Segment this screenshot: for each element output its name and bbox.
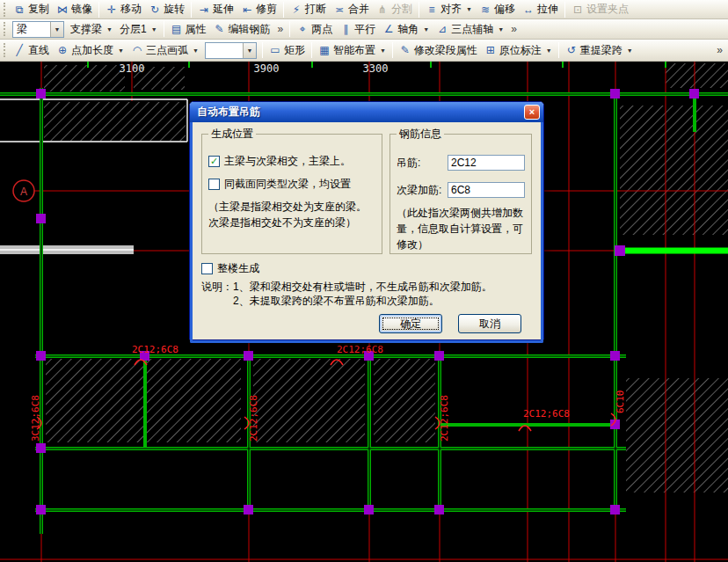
merge-label: 合并 xyxy=(348,2,369,17)
group-rebar-info: 钢筋信息 吊筋: 次梁加筋: （此处指次梁两侧共增加数量，信息取自计算设置，可修… xyxy=(389,127,532,254)
align-button[interactable]: ≡对齐▼ xyxy=(422,0,476,18)
properties-icon: ▤ xyxy=(171,24,183,34)
toolbar-drag-handle[interactable] xyxy=(4,43,6,57)
chevron-down-icon: ▼ xyxy=(246,47,252,54)
element-type-value: 梁 xyxy=(13,22,50,37)
insitu-annotation-label: 原位标注 xyxy=(499,43,542,58)
axis-angle-button[interactable]: ∠轴角▼ xyxy=(379,20,433,39)
insitu-annotation-button[interactable]: ⊞原位标注▼ xyxy=(481,41,556,60)
secondary-rebar-input[interactable] xyxy=(448,182,525,198)
edit-rebar-button[interactable]: ✎编辑钢筋 xyxy=(210,20,274,39)
layer-button[interactable]: 分层1▼ xyxy=(116,20,161,39)
three-point-arc-button[interactable]: ◠三点画弧▼ xyxy=(127,41,202,60)
dimension-label: 3300 xyxy=(363,62,389,75)
break-button[interactable]: ⚡打断 xyxy=(287,0,330,18)
copy-icon: ⧉ xyxy=(13,4,25,15)
chevron-down-icon: ▼ xyxy=(106,26,113,33)
cancel-button[interactable]: 取消 xyxy=(458,314,521,333)
instructions-line-1: 说明：1、梁和梁相交处有柱或墙时，不生成吊筋和次梁加筋。 xyxy=(201,280,532,294)
dimension-label: 3900 xyxy=(254,62,280,75)
draw-option-combobox[interactable]: ▼ xyxy=(205,42,257,59)
checkbox-box-unchecked[interactable] xyxy=(201,263,213,274)
break-icon: ⚡ xyxy=(290,4,302,15)
trim-label: 修剪 xyxy=(256,2,277,17)
rectangle-button[interactable]: ▭矩形 xyxy=(266,41,309,60)
two-point-axis-button[interactable]: ⌖两点 xyxy=(293,20,336,39)
checkbox-whole-building[interactable]: 整楼生成 xyxy=(201,261,532,276)
three-point-aux-label: 三点辅轴 xyxy=(451,22,493,37)
parallel-icon: ∥ xyxy=(339,24,352,34)
mirror-button[interactable]: ⋈镜像 xyxy=(53,0,96,18)
dialog-instructions: 说明：1、梁和梁相交处有柱或墙时，不生成吊筋和次梁加筋。 2、未提取梁跨的梁不布… xyxy=(201,280,532,308)
point-plus-length-button[interactable]: ⊕点加长度▼ xyxy=(53,41,127,60)
line-icon: ╱ xyxy=(13,45,25,55)
support-beam-button[interactable]: 支撑梁▼ xyxy=(67,20,116,39)
move-label: 移动 xyxy=(120,2,142,17)
close-button[interactable]: × xyxy=(524,105,540,120)
checkbox-main-beam-intersect[interactable]: ✓ 主梁与次梁相交，主梁上。 xyxy=(208,154,375,169)
chevron-down-icon: ▼ xyxy=(193,47,199,54)
rotate-button[interactable]: ↻旋转 xyxy=(145,0,188,18)
group-generation-position: 生成位置 ✓ 主梁与次梁相交，主梁上。 同截面同类型次梁，均设置 （主梁是指梁相… xyxy=(201,127,382,254)
move-button[interactable]: ✛移动 xyxy=(102,0,145,18)
combo-dropdown-button[interactable]: ▼ xyxy=(50,22,63,37)
hanging-rebar-input[interactable] xyxy=(448,155,525,171)
rebar-info-note: （此处指次梁两侧共增加数量，信息取自计算设置，可修改） xyxy=(397,205,525,252)
toolbar-overflow-button[interactable]: » xyxy=(713,44,726,56)
three-point-aux-axis-button[interactable]: ⊿三点辅轴▼ xyxy=(433,20,507,39)
edit-rebar-icon: ✎ xyxy=(214,24,226,34)
dialog-titlebar[interactable]: 自动布置吊筋 × xyxy=(190,102,543,122)
generation-position-note: （主梁是指梁相交处为支座的梁。 次梁是指相交处不为支座的梁） xyxy=(208,199,375,230)
separator xyxy=(289,21,290,37)
chevron-down-icon: ▼ xyxy=(151,26,157,33)
element-type-combobox[interactable]: 梁 ▼ xyxy=(12,21,64,38)
copy-button[interactable]: ⧉复制 xyxy=(10,0,53,18)
checkbox-same-section-type[interactable]: 同截面同类型次梁，均设置 xyxy=(208,177,375,192)
merge-button[interactable]: ≍合并 xyxy=(330,0,373,18)
modify-beam-segment-label: 修改梁段属性 xyxy=(414,43,477,58)
group-rebar-info-title: 钢筋信息 xyxy=(397,127,444,142)
chevron-down-icon: ▼ xyxy=(498,26,504,33)
edit-rebar-label: 编辑钢筋 xyxy=(229,22,271,37)
extend-button[interactable]: ⇥延伸 xyxy=(194,0,237,18)
toolbar-overflow-button[interactable]: » xyxy=(507,23,521,35)
toolbar-draw: ╱直线 ⊕点加长度▼ ◠三点画弧▼ ▼ ▭矩形 ▦智能布置▼ ✎修改梁段属性 ⊞… xyxy=(0,40,728,62)
smart-layout-label: 智能布置 xyxy=(333,43,375,58)
separator xyxy=(191,2,192,18)
toolbar-drag-handle[interactable] xyxy=(4,22,6,36)
hanging-rebar-label: 吊筋: xyxy=(397,156,448,171)
split-icon: ⋔ xyxy=(376,4,389,15)
align-label: 对齐 xyxy=(440,2,462,17)
ok-button[interactable]: 确定 xyxy=(379,314,442,333)
check-icon: ✓ xyxy=(210,157,218,166)
checkbox-box-unchecked[interactable] xyxy=(208,179,220,190)
toolbar-drag-handle[interactable] xyxy=(4,3,6,17)
layer-label: 分层1 xyxy=(120,22,147,37)
checkbox-box-checked[interactable]: ✓ xyxy=(208,156,220,167)
secondary-rebar-field-row: 次梁加筋: xyxy=(397,182,525,198)
dialog-auto-arrange-hanging-rebar: 自动布置吊筋 × 生成位置 ✓ 主梁与次梁相交，主梁上。 同截面同类型次梁，均设… xyxy=(189,101,544,340)
stretch-button[interactable]: ↔拉伸 xyxy=(519,0,562,18)
chevron-down-icon: ▼ xyxy=(423,26,429,33)
chevron-down-icon: ▼ xyxy=(55,26,61,33)
trim-button[interactable]: ⇤修剪 xyxy=(237,0,280,18)
combo-dropdown-button[interactable]: ▼ xyxy=(243,43,256,58)
line-button[interactable]: ╱直线 xyxy=(10,41,53,60)
properties-button[interactable]: ▤属性 xyxy=(167,20,210,39)
stretch-icon: ↔ xyxy=(522,4,535,15)
modify-beam-segment-icon: ✎ xyxy=(399,45,411,55)
support-beam-label: 支撑梁 xyxy=(70,22,102,37)
re-extract-beam-span-button[interactable]: ↺重提梁跨▼ xyxy=(562,41,637,60)
offset-button[interactable]: ≋偏移 xyxy=(476,0,519,18)
rotate-label: 旋转 xyxy=(164,2,185,17)
group-generation-position-title: 生成位置 xyxy=(208,127,256,142)
toolbar-overflow-button[interactable]: » xyxy=(274,23,288,35)
beam-label: 2C12;6C8 xyxy=(439,395,450,442)
parallel-axis-button[interactable]: ∥平行 xyxy=(336,20,379,39)
separator xyxy=(283,2,284,18)
separator xyxy=(392,42,393,58)
axis-angle-icon: ∠ xyxy=(382,24,395,34)
modify-beam-segment-props-button[interactable]: ✎修改梁段属性 xyxy=(396,41,481,60)
separator xyxy=(558,42,559,58)
smart-layout-button[interactable]: ▦智能布置▼ xyxy=(315,41,389,60)
